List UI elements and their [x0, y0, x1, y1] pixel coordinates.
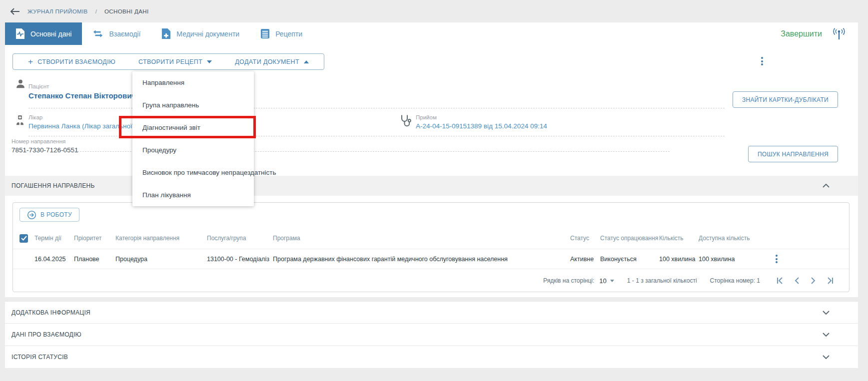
tab-label: Основні дані: [30, 30, 71, 38]
accordion-sections: ДОДАТКОВА ІНФОРМАЦІЯ ДАНІ ПРО ВЗАЄМОДІЮ …: [5, 301, 858, 368]
cell-quantity: 100 хвилина: [659, 256, 699, 263]
to-work-button[interactable]: В РОБОТУ: [19, 208, 79, 222]
referrals-table-card: В РОБОТУ Термін дії Пріоритет Категорія …: [12, 202, 850, 292]
document-plus-icon: [161, 28, 171, 39]
receipt-icon: [260, 28, 270, 39]
arrow-right-circle-icon: [27, 210, 36, 220]
document-pulse-icon: [15, 28, 25, 39]
chevron-down-icon: [207, 60, 212, 63]
visit-link[interactable]: A-24-04-15-09151389 від 15.04.2024 09:14: [416, 122, 547, 130]
column-header[interactable]: Кількість: [659, 235, 699, 242]
breadcrumb: ЖУРНАЛ ПРИЙОМІВ / ОСНОВНІ ДАНІ: [0, 0, 868, 22]
plus-icon: +: [28, 57, 33, 66]
chevron-down-icon: [610, 280, 614, 282]
tab-main-data[interactable]: Основні дані: [5, 22, 82, 45]
toolbar-kebab-menu[interactable]: [760, 55, 765, 67]
cell-processing-status: Виконується: [600, 256, 659, 263]
broadcast-antenna-icon[interactable]: [832, 27, 846, 40]
patient-block: Пацієнт Степанко Степан Вікторович: [28, 83, 136, 100]
cell-available-quantity: 100 хвилина: [699, 256, 762, 263]
tab-label: Рецепти: [275, 30, 302, 38]
chevron-down-icon[interactable]: [823, 311, 830, 315]
application-window: ЖУРНАЛ ПРИЙОМІВ / ОСНОВНІ ДАНІ Основні д…: [0, 0, 868, 381]
patient-label: Пацієнт: [28, 83, 136, 89]
cell-status: Активне: [570, 256, 600, 263]
row-kebab-menu[interactable]: [774, 253, 849, 265]
toolbar-action-group: + СТВОРИТИ ВЗАЄМОДІЮ СТВОРИТИ РЕЦЕПТ ДОД…: [12, 53, 324, 70]
tabbar-right: Завершити: [781, 22, 858, 45]
pagination-controls: [776, 277, 834, 284]
rows-per-page-label: Рядків на сторінці:: [543, 277, 594, 284]
next-page-button[interactable]: [810, 277, 816, 284]
cell-priority: Планове: [74, 256, 115, 263]
chevron-up-icon[interactable]: [823, 184, 830, 188]
column-header[interactable]: Доступна кількість: [699, 235, 762, 242]
cell-program: Програма державних фінансових гарантій м…: [273, 256, 570, 263]
chevron-up-icon: [304, 60, 309, 63]
swap-arrows-icon: [92, 29, 103, 38]
stethoscope-icon: [400, 114, 412, 130]
patient-name: Степанко Степан Вікторович: [28, 91, 136, 100]
menu-item-diagnostic-report[interactable]: Діагностичний звіт: [132, 116, 254, 139]
column-header[interactable]: Категорія направлення: [115, 235, 207, 242]
cell-service: 13100-00 - Гемодіаліз: [207, 256, 273, 263]
tab-medical-documents[interactable]: Медичні документи: [151, 22, 250, 45]
add-document-button[interactable]: ДОДАТИ ДОКУМЕНТ: [235, 58, 309, 65]
patient-icon: [15, 78, 26, 91]
section-header-status-history[interactable]: ІСТОРІЯ СТАТУСІВ: [5, 346, 858, 368]
menu-item-procedure[interactable]: Процедуру: [132, 139, 254, 161]
column-header[interactable]: Послуга/група: [207, 235, 273, 242]
column-header[interactable]: Статус опрацювання: [600, 235, 659, 242]
column-header[interactable]: Термін дії: [34, 235, 74, 242]
menu-item-disability-conclusion[interactable]: Висновок про тимчасову непрацездатність: [132, 161, 254, 184]
section-gap: [0, 297, 868, 301]
chevron-down-icon[interactable]: [823, 355, 830, 359]
tab-interactions[interactable]: Взаємодії: [82, 22, 151, 45]
first-page-button[interactable]: [776, 277, 784, 284]
cell-valid-until: 16.04.2025: [34, 256, 74, 263]
referral-number-value: 7851-7330-7126-0551: [11, 146, 78, 154]
menu-item-treatment-plan[interactable]: План лікування: [132, 184, 254, 206]
breadcrumb-journal[interactable]: ЖУРНАЛ ПРИЙОМІВ: [27, 8, 88, 14]
visit-block: Прийом A-24-04-15-09151389 від 15.04.202…: [416, 114, 547, 130]
chevron-down-icon[interactable]: [823, 333, 830, 337]
column-header[interactable]: Пріоритет: [74, 235, 115, 242]
find-duplicates-button[interactable]: ЗНАЙТИ КАРТКИ-ДУБЛІКАТИ: [733, 91, 838, 108]
create-interaction-button[interactable]: + СТВОРИТИ ВЗАЄМОДІЮ: [28, 57, 115, 66]
create-prescription-button[interactable]: СТВОРИТИ РЕЦЕПТ: [138, 58, 212, 65]
rows-per-page-select[interactable]: 10: [599, 277, 614, 285]
tab-bar: Основні дані Взаємодії М: [5, 22, 858, 45]
table-header-row: Термін дії Пріоритет Категорія направлен…: [13, 228, 849, 249]
menu-item-referral[interactable]: Направлення: [132, 71, 254, 94]
table-row[interactable]: 16.04.2025 Планове Процедура 13100-00 - …: [13, 249, 849, 269]
menu-item-referral-group[interactable]: Група направлень: [132, 94, 254, 116]
search-referral-button[interactable]: ПОШУК НАПРАВЛЕННЯ: [748, 146, 838, 162]
add-document-dropdown: Направлення Група направлень Діагностичн…: [132, 71, 254, 206]
breadcrumb-separator: /: [95, 8, 97, 14]
section-header-interaction-data[interactable]: ДАНІ ПРО ВЗАЄМОДІЮ: [5, 324, 858, 346]
column-header[interactable]: Програма: [273, 235, 570, 242]
referral-number-block: Номер направлення 7851-7330-7126-0551: [11, 138, 78, 154]
back-arrow-icon[interactable]: [10, 8, 20, 15]
tab-label: Взаємодії: [109, 30, 140, 38]
tab-label: Медичні документи: [176, 30, 239, 38]
section-header-additional-info[interactable]: ДОДАТКОВА ІНФОРМАЦІЯ: [5, 301, 858, 324]
section-title: ПОГАШЕННЯ НАПРАВЛЕНЬ: [11, 182, 95, 189]
referral-number-label: Номер направлення: [11, 138, 78, 144]
breadcrumb-current: ОСНОВНІ ДАНІ: [104, 8, 149, 14]
last-page-button[interactable]: [826, 277, 834, 284]
range-indicator: 1 - 1 з загальної кількості: [627, 277, 697, 284]
finish-button[interactable]: Завершити: [781, 29, 822, 38]
select-all-checkbox[interactable]: [19, 234, 28, 243]
visit-label: Прийом: [416, 114, 547, 120]
column-header[interactable]: Статус: [570, 235, 600, 242]
rows-per-page: Рядків на сторінці: 10: [543, 277, 614, 285]
previous-page-button[interactable]: [794, 277, 800, 284]
table-paginator: Рядків на сторінці: 10 1 - 1 з загальної…: [13, 269, 849, 292]
page-number-indicator: Сторінка номер: 1: [710, 277, 760, 284]
main-content: Основні дані Взаємодії М: [5, 22, 858, 368]
tab-prescriptions[interactable]: Рецепти: [250, 22, 313, 45]
doctor-icon: [15, 114, 25, 128]
cell-category: Процедура: [115, 256, 207, 263]
